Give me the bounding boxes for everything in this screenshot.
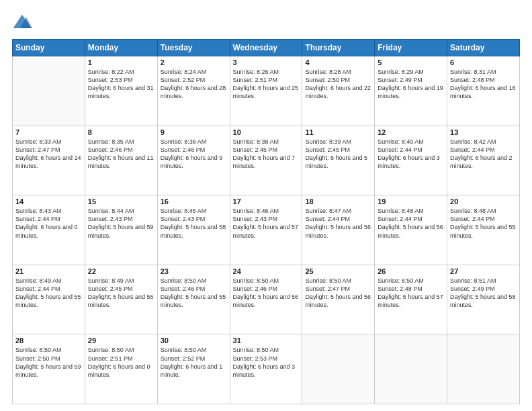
day-cell: 31Sunrise: 8:50 AM Sunset: 2:53 PM Dayli… bbox=[230, 334, 302, 404]
day-number: 26 bbox=[378, 267, 444, 275]
day-number: 6 bbox=[450, 58, 517, 66]
day-info: Sunrise: 8:46 AM Sunset: 2:43 PM Dayligh… bbox=[233, 207, 300, 240]
day-info: Sunrise: 8:26 AM Sunset: 2:51 PM Dayligh… bbox=[233, 68, 300, 101]
day-info: Sunrise: 8:29 AM Sunset: 2:49 PM Dayligh… bbox=[378, 68, 444, 101]
day-info: Sunrise: 8:44 AM Sunset: 2:43 PM Dayligh… bbox=[88, 207, 154, 240]
day-info: Sunrise: 8:50 AM Sunset: 2:51 PM Dayligh… bbox=[88, 346, 154, 379]
day-info: Sunrise: 8:50 AM Sunset: 2:47 PM Dayligh… bbox=[305, 277, 371, 310]
day-cell: 16Sunrise: 8:45 AM Sunset: 2:43 PM Dayli… bbox=[157, 195, 230, 265]
day-number: 7 bbox=[15, 128, 82, 136]
day-number: 27 bbox=[450, 267, 517, 275]
day-number: 17 bbox=[233, 197, 300, 205]
day-cell: 3Sunrise: 8:26 AM Sunset: 2:51 PM Daylig… bbox=[230, 56, 302, 126]
logo bbox=[12, 12, 35, 32]
calendar-table: SundayMondayTuesdayWednesdayThursdayFrid… bbox=[12, 39, 520, 404]
day-number: 9 bbox=[161, 128, 227, 136]
day-info: Sunrise: 8:50 AM Sunset: 2:50 PM Dayligh… bbox=[15, 346, 82, 379]
day-number: 19 bbox=[378, 197, 444, 205]
day-info: Sunrise: 8:49 AM Sunset: 2:45 PM Dayligh… bbox=[88, 277, 154, 310]
day-cell: 28Sunrise: 8:50 AM Sunset: 2:50 PM Dayli… bbox=[13, 334, 85, 404]
day-number: 1 bbox=[88, 58, 154, 66]
day-info: Sunrise: 8:50 AM Sunset: 2:53 PM Dayligh… bbox=[233, 346, 300, 379]
day-number: 14 bbox=[15, 197, 82, 205]
day-info: Sunrise: 8:38 AM Sunset: 2:45 PM Dayligh… bbox=[233, 138, 300, 171]
day-number: 28 bbox=[15, 336, 82, 345]
day-info: Sunrise: 8:45 AM Sunset: 2:43 PM Dayligh… bbox=[161, 207, 227, 240]
day-cell: 5Sunrise: 8:29 AM Sunset: 2:49 PM Daylig… bbox=[375, 56, 447, 126]
day-cell: 8Sunrise: 8:35 AM Sunset: 2:46 PM Daylig… bbox=[85, 126, 157, 195]
day-cell: 1Sunrise: 8:22 AM Sunset: 2:53 PM Daylig… bbox=[85, 56, 157, 126]
day-cell: 9Sunrise: 8:36 AM Sunset: 2:46 PM Daylig… bbox=[157, 126, 230, 195]
week-row-4: 28Sunrise: 8:50 AM Sunset: 2:50 PM Dayli… bbox=[13, 334, 520, 404]
day-cell: 6Sunrise: 8:31 AM Sunset: 2:48 PM Daylig… bbox=[447, 56, 520, 126]
day-info: Sunrise: 8:35 AM Sunset: 2:46 PM Dayligh… bbox=[88, 138, 154, 171]
day-cell: 13Sunrise: 8:42 AM Sunset: 2:44 PM Dayli… bbox=[447, 126, 520, 195]
day-number: 30 bbox=[161, 336, 227, 345]
week-row-3: 21Sunrise: 8:49 AM Sunset: 2:44 PM Dayli… bbox=[13, 265, 520, 334]
weekday-friday: Friday bbox=[375, 40, 447, 56]
day-cell: 17Sunrise: 8:46 AM Sunset: 2:43 PM Dayli… bbox=[230, 195, 302, 265]
day-number: 31 bbox=[233, 336, 300, 345]
day-info: Sunrise: 8:24 AM Sunset: 2:52 PM Dayligh… bbox=[161, 68, 227, 101]
weekday-tuesday: Tuesday bbox=[157, 40, 230, 56]
weekday-wednesday: Wednesday bbox=[230, 40, 302, 56]
day-cell bbox=[13, 56, 85, 126]
day-cell: 25Sunrise: 8:50 AM Sunset: 2:47 PM Dayli… bbox=[302, 265, 375, 334]
day-info: Sunrise: 8:50 AM Sunset: 2:46 PM Dayligh… bbox=[233, 277, 300, 310]
day-cell: 19Sunrise: 8:48 AM Sunset: 2:44 PM Dayli… bbox=[375, 195, 447, 265]
day-cell: 21Sunrise: 8:49 AM Sunset: 2:44 PM Dayli… bbox=[13, 265, 85, 334]
day-cell bbox=[302, 334, 375, 404]
day-number: 8 bbox=[88, 128, 154, 136]
day-cell: 11Sunrise: 8:39 AM Sunset: 2:45 PM Dayli… bbox=[302, 126, 375, 195]
day-cell: 29Sunrise: 8:50 AM Sunset: 2:51 PM Dayli… bbox=[85, 334, 157, 404]
day-number: 20 bbox=[450, 197, 517, 205]
day-number: 25 bbox=[305, 267, 371, 275]
day-cell bbox=[375, 334, 447, 404]
day-cell: 15Sunrise: 8:44 AM Sunset: 2:43 PM Dayli… bbox=[85, 195, 157, 265]
day-cell: 10Sunrise: 8:38 AM Sunset: 2:45 PM Dayli… bbox=[230, 126, 302, 195]
week-row-0: 1Sunrise: 8:22 AM Sunset: 2:53 PM Daylig… bbox=[13, 56, 520, 126]
day-number: 18 bbox=[305, 197, 371, 205]
day-info: Sunrise: 8:50 AM Sunset: 2:46 PM Dayligh… bbox=[161, 277, 227, 310]
page: SundayMondayTuesdayWednesdayThursdayFrid… bbox=[0, 0, 532, 411]
day-cell: 4Sunrise: 8:28 AM Sunset: 2:50 PM Daylig… bbox=[302, 56, 375, 126]
day-number: 24 bbox=[233, 267, 300, 275]
day-cell: 23Sunrise: 8:50 AM Sunset: 2:46 PM Dayli… bbox=[157, 265, 230, 334]
day-info: Sunrise: 8:33 AM Sunset: 2:47 PM Dayligh… bbox=[15, 138, 82, 171]
day-cell: 7Sunrise: 8:33 AM Sunset: 2:47 PM Daylig… bbox=[13, 126, 85, 195]
weekday-saturday: Saturday bbox=[447, 40, 520, 56]
day-cell: 18Sunrise: 8:47 AM Sunset: 2:44 PM Dayli… bbox=[302, 195, 375, 265]
day-info: Sunrise: 8:50 AM Sunset: 2:52 PM Dayligh… bbox=[161, 346, 227, 379]
week-row-2: 14Sunrise: 8:43 AM Sunset: 2:44 PM Dayli… bbox=[13, 195, 520, 265]
day-cell bbox=[447, 334, 520, 404]
day-number: 23 bbox=[161, 267, 227, 275]
weekday-header-row: SundayMondayTuesdayWednesdayThursdayFrid… bbox=[13, 40, 520, 56]
day-cell: 2Sunrise: 8:24 AM Sunset: 2:52 PM Daylig… bbox=[157, 56, 230, 126]
day-info: Sunrise: 8:22 AM Sunset: 2:53 PM Dayligh… bbox=[88, 68, 154, 101]
day-number: 12 bbox=[378, 128, 444, 136]
day-info: Sunrise: 8:48 AM Sunset: 2:44 PM Dayligh… bbox=[450, 207, 517, 240]
day-number: 15 bbox=[88, 197, 154, 205]
day-cell: 14Sunrise: 8:43 AM Sunset: 2:44 PM Dayli… bbox=[13, 195, 85, 265]
day-info: Sunrise: 8:39 AM Sunset: 2:45 PM Dayligh… bbox=[305, 138, 371, 171]
day-info: Sunrise: 8:28 AM Sunset: 2:50 PM Dayligh… bbox=[305, 68, 371, 101]
weekday-sunday: Sunday bbox=[13, 40, 85, 56]
day-number: 2 bbox=[161, 58, 227, 66]
day-info: Sunrise: 8:50 AM Sunset: 2:48 PM Dayligh… bbox=[378, 277, 444, 310]
day-number: 10 bbox=[233, 128, 300, 136]
day-cell: 20Sunrise: 8:48 AM Sunset: 2:44 PM Dayli… bbox=[447, 195, 520, 265]
day-number: 4 bbox=[305, 58, 371, 66]
weekday-monday: Monday bbox=[85, 40, 157, 56]
day-number: 11 bbox=[305, 128, 371, 136]
day-info: Sunrise: 8:48 AM Sunset: 2:44 PM Dayligh… bbox=[378, 207, 444, 240]
day-number: 13 bbox=[450, 128, 517, 136]
day-cell: 30Sunrise: 8:50 AM Sunset: 2:52 PM Dayli… bbox=[157, 334, 230, 404]
header bbox=[12, 12, 520, 32]
week-row-1: 7Sunrise: 8:33 AM Sunset: 2:47 PM Daylig… bbox=[13, 126, 520, 195]
logo-icon bbox=[12, 12, 32, 32]
day-cell: 24Sunrise: 8:50 AM Sunset: 2:46 PM Dayli… bbox=[230, 265, 302, 334]
day-number: 21 bbox=[15, 267, 82, 275]
day-info: Sunrise: 8:31 AM Sunset: 2:48 PM Dayligh… bbox=[450, 68, 517, 101]
day-info: Sunrise: 8:36 AM Sunset: 2:46 PM Dayligh… bbox=[161, 138, 227, 171]
day-info: Sunrise: 8:47 AM Sunset: 2:44 PM Dayligh… bbox=[305, 207, 371, 240]
